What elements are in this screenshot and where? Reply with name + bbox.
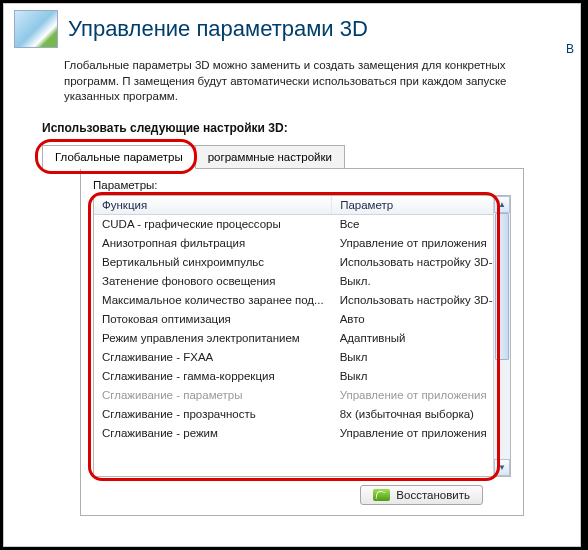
section-subtitle: Использовать следующие настройки 3D: [4, 111, 580, 141]
cell-parameter: Выкл [332, 348, 493, 367]
cell-parameter: Адаптивный [332, 329, 493, 348]
scroll-thumb[interactable] [495, 213, 509, 361]
table-row[interactable]: Вертикальный синхроимпульсИспользовать н… [94, 253, 493, 272]
vertical-scrollbar[interactable]: ▲ ▼ [493, 196, 510, 476]
table-row[interactable]: Сглаживание - параметрыУправление от при… [94, 386, 493, 405]
table-row[interactable]: Анизотропная фильтрацияУправление от при… [94, 234, 493, 253]
table-row[interactable]: Сглаживание - режимУправление от приложе… [94, 424, 493, 443]
settings-table: Функция Параметр CUDA - графические проц… [93, 195, 511, 477]
cell-function: Сглаживание - параметры [94, 386, 332, 405]
tabs-container: Глобальные параметры рограммные настройк… [42, 145, 552, 516]
table-row[interactable]: Сглаживание - гамма-коррекцияВыкл [94, 367, 493, 386]
cell-function: Сглаживание - гамма-коррекция [94, 367, 332, 386]
nvidia-logo-icon [373, 489, 390, 501]
nvidia-3d-icon [14, 10, 58, 48]
scroll-down-button[interactable]: ▼ [494, 459, 510, 476]
table-row[interactable]: CUDA - графические процессорыВсе [94, 214, 493, 234]
cell-parameter: Выкл. [332, 272, 493, 291]
table-row[interactable]: Сглаживание - прозрачность8x (избыточная… [94, 405, 493, 424]
cell-function: Вертикальный синхроимпульс [94, 253, 332, 272]
params-label: Параметры: [93, 179, 511, 191]
cell-parameter: Все [332, 214, 493, 234]
header-corner-text: В [566, 42, 574, 56]
cell-function: Максимальное количество заранее под... [94, 291, 332, 310]
table-row[interactable]: Сглаживание - FXAAВыкл [94, 348, 493, 367]
cell-parameter: Выкл [332, 367, 493, 386]
cell-function: Режим управления электропитанием [94, 329, 332, 348]
restore-button-label: Восстановить [396, 489, 470, 501]
cell-parameter: Управление от приложения [332, 424, 493, 443]
tab-global-params[interactable]: Глобальные параметры [42, 145, 196, 169]
table-row[interactable]: Режим управления электропитаниемАдаптивн… [94, 329, 493, 348]
scroll-track[interactable] [494, 213, 510, 459]
cell-function: Сглаживание - FXAA [94, 348, 332, 367]
cell-function: CUDA - графические процессоры [94, 214, 332, 234]
column-header-function[interactable]: Функция [94, 196, 332, 215]
cell-parameter: Использовать настройку 3D-приложения [332, 253, 493, 272]
cell-function: Сглаживание - прозрачность [94, 405, 332, 424]
cell-parameter: Управление от приложения [332, 386, 493, 405]
cell-function: Потоковая оптимизация [94, 310, 332, 329]
table-row[interactable]: Потоковая оптимизацияАвто [94, 310, 493, 329]
cell-function: Сглаживание - режим [94, 424, 332, 443]
cell-parameter: Управление от приложения [332, 234, 493, 253]
tab-program-settings[interactable]: рограммные настройки [195, 145, 345, 168]
column-header-parameter[interactable]: Параметр [332, 196, 493, 215]
header: Управление параметрами 3D [4, 4, 580, 50]
table-row[interactable]: Затенение фонового освещенияВыкл. [94, 272, 493, 291]
settings-window: Управление параметрами 3D В Глобальные п… [3, 3, 581, 547]
scroll-up-button[interactable]: ▲ [494, 196, 510, 213]
cell-parameter: Использовать настройку 3D-приложения [332, 291, 493, 310]
description-text: Глобальные параметры 3D можно заменить и… [4, 50, 580, 111]
cell-parameter: Авто [332, 310, 493, 329]
restore-button[interactable]: Восстановить [360, 485, 483, 505]
page-title: Управление параметрами 3D [68, 16, 368, 42]
table-row[interactable]: Максимальное количество заранее под...Ис… [94, 291, 493, 310]
cell-function: Затенение фонового освещения [94, 272, 332, 291]
cell-parameter: 8x (избыточная выборка) [332, 405, 493, 424]
settings-panel: Параметры: Функция Параметр CUDA - г [80, 168, 524, 516]
cell-function: Анизотропная фильтрация [94, 234, 332, 253]
